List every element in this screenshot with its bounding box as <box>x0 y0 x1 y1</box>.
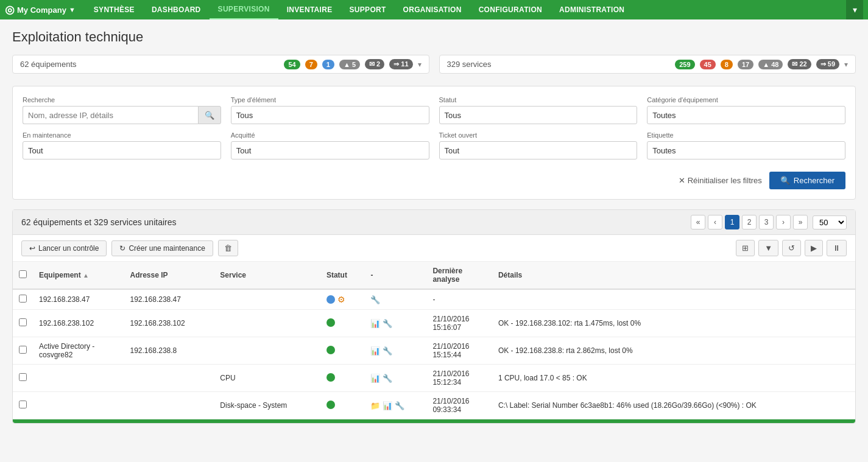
type-element-label: Type d'élément <box>231 96 429 103</box>
row-equipment: Active Directory -cosvgre82 <box>33 337 124 365</box>
row-details: 1 CPU, load 17.0 < 85 : OK <box>492 365 855 392</box>
col-details: Détails <box>492 262 855 289</box>
pause-button[interactable]: ⏸ <box>827 240 847 256</box>
per-page-select[interactable]: 50 100 <box>813 215 847 229</box>
col-analysis-label2: analyse <box>432 275 459 284</box>
recherche-input-wrap: 🔍 <box>23 106 221 124</box>
search-button[interactable]: 🔍 Rechercher <box>769 172 845 189</box>
row-checkbox[interactable] <box>19 401 27 408</box>
services-badge-mail: ✉ 22 <box>788 59 811 69</box>
chart-icon[interactable]: 📊 <box>370 346 380 355</box>
col-last-analysis[interactable]: Dernière analyse <box>426 262 492 289</box>
etiquette-select[interactable]: Toutes <box>647 141 845 159</box>
equipment-dropdown-icon[interactable]: ▾ <box>418 60 422 69</box>
create-maintenance-button[interactable]: ↻ Créer une maintenance <box>111 240 213 256</box>
brand-dropdown-icon[interactable]: ▼ <box>69 6 76 13</box>
nav-inventaire[interactable]: INVENTAIRE <box>278 0 341 19</box>
row-dash: 🔧 <box>364 289 426 310</box>
delete-button[interactable]: 🗑 <box>218 240 238 256</box>
toolbar-right: ⊞ ▼ ↺ ▶ ⏸ <box>736 240 847 256</box>
status-indicator <box>326 295 335 304</box>
pagination-page-3[interactable]: 3 <box>759 215 774 229</box>
services-dropdown-icon[interactable]: ▾ <box>844 60 848 69</box>
row-status <box>320 337 365 365</box>
filter-row-2: En maintenance Tout Acquitté Tout Ticket… <box>23 131 845 159</box>
en-maintenance-label: En maintenance <box>23 131 221 139</box>
chart-icon[interactable]: 📊 <box>370 319 380 328</box>
en-maintenance-select[interactable]: Tout <box>23 141 221 159</box>
pagination-next[interactable]: › <box>776 215 791 229</box>
etiquette-value: Toutes <box>652 146 840 155</box>
nav-menu: SYNTHÈSE DASHBOARD SUPERVISION INVENTAIR… <box>85 0 846 19</box>
nav-synthese[interactable]: SYNTHÈSE <box>85 0 143 19</box>
col-service-label: Service <box>220 271 246 279</box>
row-service: CPU <box>214 365 320 392</box>
launch-label: Lancer un contrôle <box>38 244 99 253</box>
reset-filters-button[interactable]: ✕ Réinitialiser les filtres <box>679 176 762 185</box>
row-last-analysis: 21/10/201609:33:34 <box>426 392 492 419</box>
nav-more-button[interactable]: ▾ <box>846 0 863 19</box>
nav-dashboard[interactable]: DASHBOARD <box>143 0 210 19</box>
nav-supervision[interactable]: SUPERVISION <box>210 0 278 19</box>
recherche-search-button[interactable]: 🔍 <box>198 106 221 124</box>
row-checkbox[interactable] <box>19 346 27 354</box>
pagination: « ‹ 1 2 3 › » <box>691 215 808 229</box>
row-status <box>320 365 365 392</box>
statut-select[interactable]: Tous <box>439 106 638 124</box>
recherche-input[interactable] <box>23 106 198 124</box>
services-summary-bar[interactable]: 329 services 259 45 8 17 ▲ 48 ✉ 22 ⇒ 59 … <box>439 55 856 74</box>
status-indicator <box>326 318 335 327</box>
columns-button[interactable]: ⊞ <box>736 240 755 256</box>
wrench-icon: 🔧 <box>383 319 392 328</box>
col-dash-label: - <box>370 271 373 279</box>
filter-section: Recherche 🔍 Type d'élément Tous Statut T… <box>12 86 856 200</box>
nav-configuration[interactable]: CONFIGURATION <box>470 0 551 19</box>
row-equipment <box>33 392 124 419</box>
pagination-first[interactable]: « <box>691 215 705 229</box>
services-badge-gray: 17 <box>738 60 753 69</box>
col-status[interactable]: Statut <box>320 262 365 289</box>
chart-icon[interactable]: 📊 <box>370 374 380 383</box>
col-service[interactable]: Service <box>214 262 320 289</box>
nav-support[interactable]: SUPPORT <box>341 0 395 19</box>
navbar: ◎ My Company ▼ SYNTHÈSE DASHBOARD SUPERV… <box>0 0 868 19</box>
bottom-bar <box>13 419 855 423</box>
ticket-select[interactable]: Tout <box>439 141 638 159</box>
table-row: Active Directory -cosvgre82 192.168.238.… <box>13 337 855 365</box>
play-button[interactable]: ▶ <box>805 240 823 256</box>
table-row: 192.168.238.47 192.168.238.47 ⚙ 🔧 - <box>13 289 855 310</box>
filter-button[interactable]: ▼ <box>758 240 778 256</box>
ticket-value: Tout <box>445 146 632 155</box>
equipment-summary-bar[interactable]: 62 équipements 54 7 1 ▲ 5 ✉ 2 ⇒ 11 ▾ <box>12 55 429 74</box>
row-checkbox[interactable] <box>19 373 27 381</box>
services-badge-green: 259 <box>675 60 694 69</box>
nav-administration[interactable]: ADMINISTRATION <box>551 0 633 19</box>
col-ip[interactable]: Adresse IP <box>124 262 214 289</box>
filter-en-maintenance: En maintenance Tout <box>23 131 221 159</box>
col-equipment[interactable]: Equipement ▲ <box>33 262 124 289</box>
table-row: 192.168.238.102 192.168.238.102 📊 🔧 21/1… <box>13 310 855 337</box>
select-all-checkbox[interactable] <box>19 270 27 278</box>
nav-organisation[interactable]: ORGANISATION <box>395 0 470 19</box>
categorie-select[interactable]: Toutes <box>647 106 845 124</box>
row-checkbox[interactable] <box>19 318 27 326</box>
brand-logo[interactable]: ◎ My Company ▼ <box>5 3 76 16</box>
pagination-prev[interactable]: ‹ <box>708 215 722 229</box>
launch-control-button[interactable]: ↩ Lancer un contrôle <box>21 240 107 256</box>
services-badge-warn: ▲ 48 <box>758 60 783 69</box>
services-badge-red: 45 <box>700 60 716 69</box>
acquitte-select[interactable]: Tout <box>231 141 429 159</box>
wrench-icon: 🔧 <box>370 295 380 304</box>
chart-icon[interactable]: 📊 <box>383 401 392 410</box>
folder-icon: 📁 <box>370 401 380 410</box>
row-ip: 192.168.238.47 <box>124 289 214 310</box>
pagination-page-2[interactable]: 2 <box>742 215 757 229</box>
refresh-button[interactable]: ↺ <box>782 240 801 256</box>
pagination-page-1[interactable]: 1 <box>725 215 739 229</box>
row-service <box>214 289 320 310</box>
type-element-select[interactable]: Tous <box>231 106 429 124</box>
row-checkbox[interactable] <box>19 295 27 303</box>
pagination-last[interactable]: » <box>793 215 808 229</box>
col-checkbox <box>13 262 33 289</box>
page-title: Exploitation technique <box>12 29 856 45</box>
